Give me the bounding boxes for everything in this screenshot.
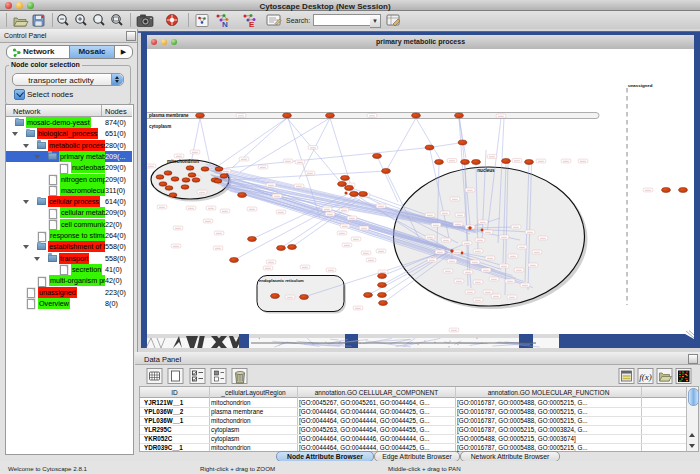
svg-text:nucleus: nucleus <box>477 168 495 173</box>
svg-text:cytoplasm: cytoplasm <box>149 124 171 129</box>
svg-text:E: E <box>249 20 255 29</box>
svg-text:mitochondrion: mitochondrion <box>167 159 199 164</box>
svg-text:endoplasmic reticulum: endoplasmic reticulum <box>259 278 304 283</box>
svg-text:N: N <box>222 20 228 29</box>
svg-text:plasma membrane: plasma membrane <box>149 113 189 118</box>
svg-text:unassigned: unassigned <box>628 83 653 88</box>
svg-text:f(x): f(x) <box>639 372 652 382</box>
